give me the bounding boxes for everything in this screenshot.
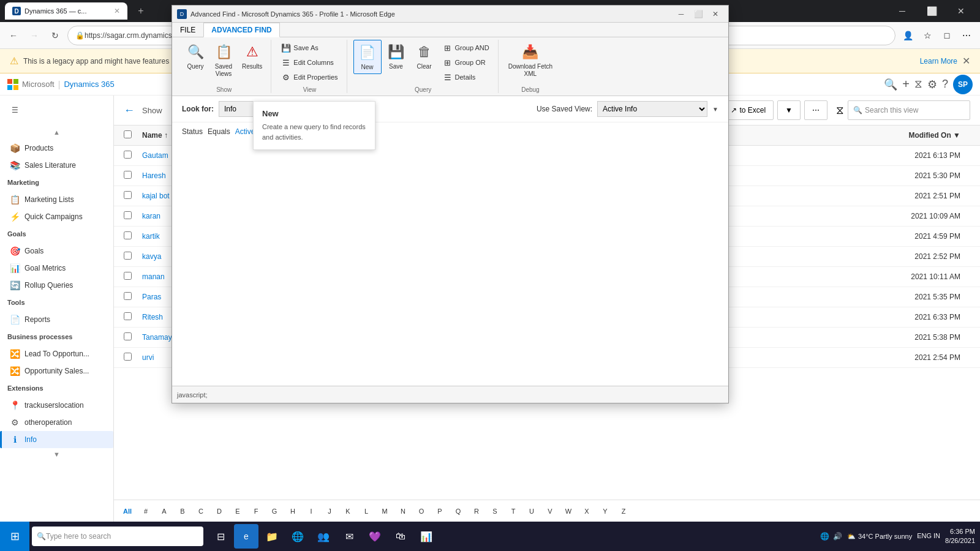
clear-button[interactable]: 🗑 Clear <box>411 40 438 73</box>
saved-view-dropdown[interactable]: ▼ <box>712 106 718 113</box>
save-as-button[interactable]: 💾 Save As <box>277 41 322 54</box>
new-query-button[interactable]: 📄 New <box>353 40 382 74</box>
taskbar-search-box[interactable]: 🔍 Type here to search <box>32 527 203 546</box>
more-options-button[interactable]: ⋯ <box>804 100 827 120</box>
sidebar-item-info[interactable]: ℹ Info <box>0 431 113 448</box>
alpha-P[interactable]: P <box>431 504 448 519</box>
minimize-button[interactable]: ─ <box>888 0 916 22</box>
alpha-Y[interactable]: Y <box>597 504 614 519</box>
header-checkbox[interactable] <box>124 130 142 140</box>
alpha-Z[interactable]: Z <box>615 504 632 519</box>
query-button[interactable]: 🔍 Query <box>182 40 209 73</box>
alpha-K[interactable]: K <box>339 504 356 519</box>
sidebar-item-rollup-queries[interactable]: 🔄 Rollup Queries <box>0 277 113 294</box>
alpha-L[interactable]: L <box>358 504 375 519</box>
help-icon[interactable]: ? <box>942 78 948 91</box>
sidebar-scroll-up[interactable]: ▲ <box>5 127 108 137</box>
alpha-E[interactable]: E <box>229 504 246 519</box>
sidebar-item-sales-lit[interactable]: 📚 Sales Literature <box>0 157 113 174</box>
alpha-O[interactable]: O <box>413 504 430 519</box>
group-and-button[interactable]: ⊞ Group AND <box>439 41 493 54</box>
sidebar-item-marketing-lists[interactable]: 📋 Marketing Lists <box>0 191 113 208</box>
network-icon[interactable]: 🌐 <box>820 532 829 541</box>
refresh-button[interactable]: ↻ <box>47 27 64 44</box>
volume-icon[interactable]: 🔊 <box>833 532 842 541</box>
details-button[interactable]: ☰ Details <box>439 70 493 84</box>
ribbon-tab-file[interactable]: FILE <box>172 23 203 37</box>
alpha-S[interactable]: S <box>486 504 503 519</box>
modal-maximize-button[interactable]: ⬜ <box>690 7 706 21</box>
banner-close-icon[interactable]: ✕ <box>962 55 970 67</box>
vs-icon[interactable]: 💜 <box>363 524 387 549</box>
alpha-B[interactable]: B <box>174 504 191 519</box>
alpha-hash[interactable]: # <box>137 504 154 519</box>
alpha-I[interactable]: I <box>303 504 320 519</box>
download-fetch-xml-button[interactable]: 📥 Download FetchXML <box>505 40 556 80</box>
results-button[interactable]: ⚠ Results <box>238 40 266 73</box>
system-clock[interactable]: 6:36 PM 8/26/2021 <box>945 527 975 546</box>
forward-nav-button[interactable]: → <box>26 27 43 44</box>
sidebar-item-otheroperation[interactable]: ⚙ otheroperation <box>0 414 113 431</box>
new-tab-icon[interactable]: + <box>132 0 149 22</box>
filter-icon[interactable]: ⧖ <box>914 78 922 91</box>
use-saved-view-select[interactable]: Active Info <box>597 101 707 117</box>
alpha-D[interactable]: D <box>211 504 228 519</box>
user-avatar[interactable]: SP <box>953 75 973 94</box>
teams-icon[interactable]: 👥 <box>311 524 336 549</box>
sidebar-item-quick-campaigns[interactable]: ⚡ Quick Campaigns <box>0 208 113 225</box>
sidebar-item-reports[interactable]: 📄 Reports <box>0 311 113 328</box>
settings-icon[interactable]: ⋯ <box>958 27 975 44</box>
task-view-icon[interactable]: ⊟ <box>208 524 233 549</box>
modal-close-button[interactable]: ✕ <box>707 7 723 21</box>
filter-results-icon[interactable]: ⧖ <box>836 104 844 117</box>
sidebar-item-products[interactable]: 📦 Products <box>0 140 113 157</box>
search-box[interactable]: 🔍 Search this view <box>848 100 970 120</box>
outlook-icon[interactable]: ✉ <box>337 524 361 549</box>
sidebar-item-goals[interactable]: 🎯 Goals <box>0 242 113 260</box>
select-all-checkbox[interactable] <box>124 130 132 138</box>
store-icon[interactable]: 🛍 <box>388 524 413 549</box>
alpha-R[interactable]: R <box>468 504 485 519</box>
ribbon-tab-advanced-find[interactable]: ADVANCED FIND <box>203 23 279 37</box>
active-value-link[interactable]: Active <box>235 127 255 136</box>
alpha-W[interactable]: W <box>560 504 577 519</box>
search-top-icon[interactable]: 🔍 <box>884 78 897 91</box>
group-or-button[interactable]: ⊞ Group OR <box>439 56 493 69</box>
edge-taskbar-icon[interactable]: e <box>234 524 258 549</box>
edit-columns-button[interactable]: ☰ Edit Columns <box>277 56 337 69</box>
dropdown-arrow[interactable]: ▼ <box>777 100 801 120</box>
settings-icon-top[interactable]: ⚙ <box>927 78 937 91</box>
sidebar-scroll-down[interactable]: ▼ <box>0 448 113 460</box>
alpha-U[interactable]: U <box>523 504 540 519</box>
modal-minimize-button[interactable]: ─ <box>673 7 689 21</box>
browser-tab[interactable]: D Dynamics 365 — c... ✕ <box>5 2 127 20</box>
close-button[interactable]: ✕ <box>947 0 975 22</box>
alpha-C[interactable]: C <box>192 504 209 519</box>
alpha-A[interactable]: A <box>156 504 173 519</box>
back-button[interactable]: ← <box>124 104 135 117</box>
alpha-M[interactable]: M <box>376 504 393 519</box>
export-excel-button[interactable]: ↗ to Excel <box>723 100 774 120</box>
nav-menu-icon[interactable]: ☰ <box>5 100 24 120</box>
tab-close-icon[interactable]: ✕ <box>114 7 120 15</box>
alpha-J[interactable]: J <box>321 504 338 519</box>
saved-views-button[interactable]: 📋 SavedViews <box>210 40 237 80</box>
add-icon[interactable]: + <box>902 77 910 91</box>
chrome-icon[interactable]: 🌐 <box>285 524 310 549</box>
alpha-Q[interactable]: Q <box>450 504 467 519</box>
edit-properties-button[interactable]: ⚙ Edit Properties <box>277 70 341 84</box>
explorer-icon[interactable]: 📁 <box>260 524 284 549</box>
alpha-F[interactable]: F <box>247 504 265 519</box>
alpha-N[interactable]: N <box>394 504 412 519</box>
sidebar-item-lead-opport[interactable]: 🔀 Lead To Opportun... <box>0 345 113 362</box>
account-icon[interactable]: 👤 <box>899 27 916 44</box>
alpha-H[interactable]: H <box>284 504 301 519</box>
maximize-button[interactable]: ⬜ <box>918 0 946 22</box>
start-button[interactable]: ⊞ <box>0 522 29 551</box>
save-query-button[interactable]: 💾 Save <box>383 40 410 73</box>
alpha-G[interactable]: G <box>266 504 283 519</box>
back-nav-button[interactable]: ← <box>5 27 22 44</box>
sidebar-item-trackuserslocation[interactable]: 📍 trackuserslocation <box>0 397 113 414</box>
alpha-X[interactable]: X <box>578 504 595 519</box>
star-icon[interactable]: ☆ <box>919 27 936 44</box>
